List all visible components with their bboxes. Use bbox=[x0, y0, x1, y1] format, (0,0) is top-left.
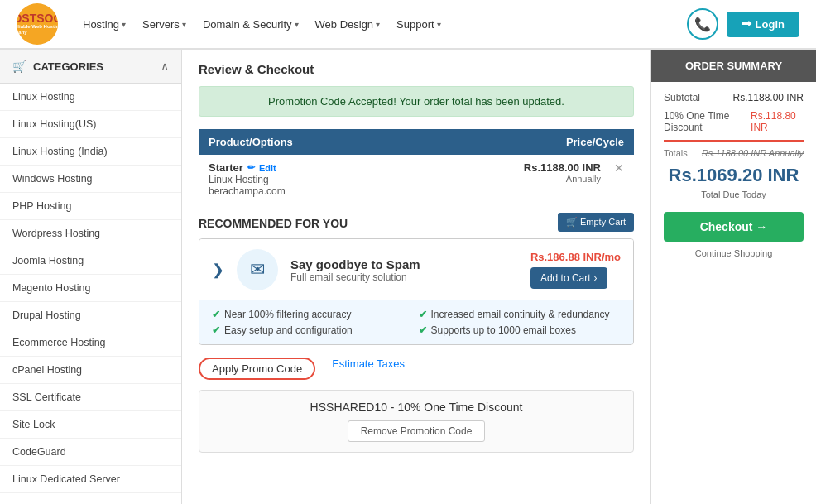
table-row: Starter ✏ Edit Linux Hosting berachampa.… bbox=[199, 155, 634, 204]
chevron-down-icon: ▾ bbox=[122, 20, 126, 29]
sidebar-item[interactable]: Site Lock bbox=[0, 411, 181, 439]
sidebar-item[interactable]: cPanel Hosting bbox=[0, 357, 181, 384]
nav-hosting[interactable]: Hosting ▾ bbox=[83, 18, 126, 31]
sidebar-item[interactable]: Windows Hosting bbox=[0, 166, 181, 193]
sidebar-item[interactable]: PHP Hosting bbox=[0, 193, 181, 220]
pencil-icon: ✏ bbox=[247, 162, 255, 173]
login-button[interactable]: ⮕ Login bbox=[727, 12, 799, 37]
check-icon: ✔ bbox=[212, 324, 220, 336]
rec-features: ✔ Near 100% filtering accuracy ✔ Increas… bbox=[199, 300, 633, 344]
chevron-down-icon: ❯ bbox=[212, 261, 224, 279]
check-icon: ✔ bbox=[419, 324, 427, 336]
chevron-down-icon: ▾ bbox=[182, 20, 186, 29]
checkout-button[interactable]: Checkout → bbox=[664, 212, 804, 242]
continue-shopping-link[interactable]: Continue Shopping bbox=[664, 248, 804, 258]
total-due-label: Total Due Today bbox=[664, 190, 804, 199]
nav-web-design[interactable]: Web Design ▾ bbox=[315, 18, 381, 31]
recommended-box: ❯ ✉ Say goodbye to Spam Full email secur… bbox=[199, 238, 634, 345]
divider bbox=[664, 140, 804, 142]
price-info: Rs.1188.00 INR Annually ✕ bbox=[401, 155, 634, 204]
cart-section: Product/Options Price/Cycle Starter ✏ Ed… bbox=[199, 129, 634, 204]
sidebar-item[interactable]: Linux Hosting(US) bbox=[0, 111, 181, 138]
check-icon: ✔ bbox=[212, 309, 220, 320]
nav-domain-security[interactable]: Domain & Security ▾ bbox=[203, 18, 299, 31]
check-icon: ✔ bbox=[419, 309, 427, 320]
sidebar-item[interactable]: Drupal Hosting bbox=[0, 302, 181, 329]
total-price: Rs.1069.20 INR bbox=[664, 165, 804, 186]
promo-code-box: HSSHARED10 - 10% One Time Discount Remov… bbox=[199, 390, 634, 453]
sidebar-item[interactable]: Linux Hosting (India) bbox=[0, 138, 181, 166]
col-price: Price/Cycle bbox=[401, 129, 634, 155]
summary-header: ORDER SUMMARY bbox=[651, 50, 816, 82]
sidebar-item[interactable]: Linux Dedicated Server bbox=[0, 466, 181, 493]
nav-servers[interactable]: Servers ▾ bbox=[142, 18, 186, 31]
sidebar-item[interactable]: SSL Certificate bbox=[0, 384, 181, 411]
sidebar-item[interactable]: Wordpress Hosting bbox=[0, 220, 181, 247]
sidebar-item[interactable]: CodeGuard bbox=[0, 439, 181, 466]
empty-cart-button[interactable]: 🛒 Empty Cart bbox=[558, 213, 634, 232]
chevron-down-icon: ▾ bbox=[437, 20, 441, 29]
sidebar-item[interactable]: Linux Hosting bbox=[0, 84, 181, 111]
add-to-cart-button[interactable]: Add to Cart › bbox=[530, 267, 607, 289]
sidebar-items: Linux Hosting Linux Hosting(US) Linux Ho… bbox=[0, 84, 181, 493]
header: HOSTSOCH #1 Reliable Web Hosting Company… bbox=[0, 0, 816, 50]
promo-banner: Promotion Code Accepted! Your order tota… bbox=[199, 86, 634, 117]
header-actions: 📞 ⮕ Login bbox=[687, 8, 799, 40]
logo: HOSTSOCH #1 Reliable Web Hosting Company bbox=[17, 3, 58, 45]
summary-body: Subtotal Rs.1188.00 INR 10% One Time Dis… bbox=[651, 82, 816, 268]
main-container: 🛒 CATEGORIES ∧ Linux Hosting Linux Hosti… bbox=[0, 50, 816, 504]
sidebar-item[interactable]: Magento Hosting bbox=[0, 275, 181, 302]
phone-button[interactable]: 📞 bbox=[687, 8, 718, 40]
sidebar: 🛒 CATEGORIES ∧ Linux Hosting Linux Hosti… bbox=[0, 50, 182, 504]
collapse-icon[interactable]: ∧ bbox=[161, 60, 169, 73]
sidebar-item[interactable]: Ecommerce Hosting bbox=[0, 329, 181, 357]
apply-promo-link[interactable]: Apply Promo Code bbox=[199, 358, 315, 380]
col-product: Product/Options bbox=[199, 129, 401, 155]
sidebar-header: 🛒 CATEGORIES ∧ bbox=[0, 50, 181, 84]
nav-menu: Hosting ▾ Servers ▾ Domain & Security ▾ … bbox=[83, 18, 687, 31]
arrow-icon: › bbox=[594, 272, 598, 284]
sidebar-item[interactable]: Joomla Hosting bbox=[0, 247, 181, 275]
chevron-down-icon: ▾ bbox=[376, 20, 380, 29]
product-info: Starter ✏ Edit Linux Hosting berachampa.… bbox=[199, 155, 401, 204]
email-icon: ✉ bbox=[237, 249, 278, 290]
nav-support[interactable]: Support ▾ bbox=[396, 18, 441, 31]
remove-promo-button[interactable]: Remove Promotion Code bbox=[348, 420, 486, 442]
order-summary: ORDER SUMMARY Subtotal Rs.1188.00 INR 10… bbox=[650, 50, 816, 504]
estimate-taxes-link[interactable]: Estimate Taxes bbox=[332, 358, 405, 380]
chevron-down-icon: ▾ bbox=[295, 20, 299, 29]
remove-button[interactable]: ✕ bbox=[614, 161, 624, 175]
content-area: Review & Checkout Promotion Code Accepte… bbox=[182, 50, 650, 504]
promo-links: Apply Promo Code Estimate Taxes bbox=[199, 358, 634, 380]
edit-link[interactable]: Edit bbox=[259, 163, 276, 173]
logo-icon: HOSTSOCH #1 Reliable Web Hosting Company bbox=[17, 3, 58, 45]
cart-table: Product/Options Price/Cycle Starter ✏ Ed… bbox=[199, 129, 634, 204]
cart-icon: 🛒 bbox=[12, 60, 26, 73]
page-title: Review & Checkout bbox=[199, 62, 634, 76]
sidebar-title: 🛒 CATEGORIES bbox=[12, 60, 103, 73]
